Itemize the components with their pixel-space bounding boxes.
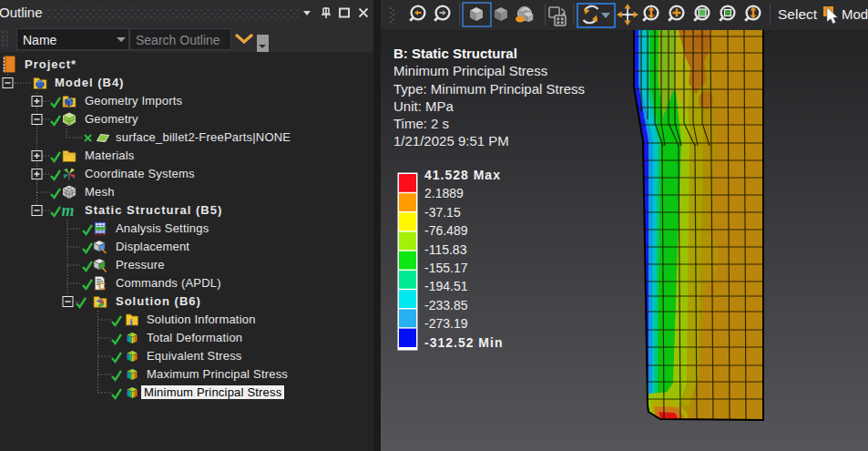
svg-text:Mode: Mode [842,6,868,22]
svg-text:Select: Select [778,6,818,22]
